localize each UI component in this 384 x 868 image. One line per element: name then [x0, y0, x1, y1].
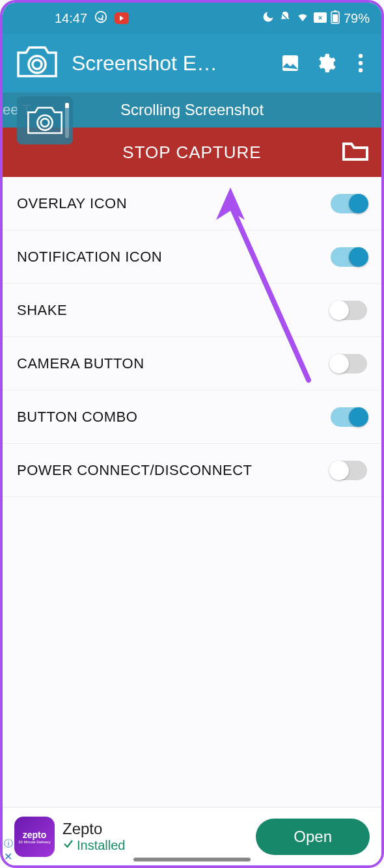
- ad-subtitle-text: Installed: [77, 838, 126, 853]
- ad-open-button[interactable]: Open: [256, 819, 370, 855]
- setting-row[interactable]: POWER CONNECT/DISCONNECT: [3, 444, 381, 497]
- svg-rect-5: [334, 10, 336, 12]
- setting-row[interactable]: BUTTON COMBO: [3, 390, 381, 444]
- svg-point-11: [359, 61, 363, 65]
- setting-row[interactable]: CAMERA BUTTON: [3, 337, 381, 390]
- ad-banner: ⓘ ✕ zepto 10 Minute Delivery Zepto Insta…: [3, 807, 381, 865]
- svg-text:×: ×: [318, 14, 322, 21]
- sub-header-title: Scrolling Screenshot: [120, 101, 264, 119]
- ad-close-icon[interactable]: ✕: [4, 850, 12, 863]
- setting-row[interactable]: OVERLAY ICON: [3, 177, 381, 230]
- nav-pill[interactable]: [133, 858, 251, 861]
- overlay-floating-icon[interactable]: [17, 96, 73, 144]
- gallery-icon[interactable]: [279, 51, 302, 75]
- ad-info-icon[interactable]: ⓘ: [4, 838, 13, 850]
- moon-icon: [262, 10, 275, 27]
- ad-subtitle: Installed: [62, 838, 248, 853]
- setting-label: NOTIFICATION ICON: [17, 249, 162, 265]
- setting-toggle[interactable]: [331, 407, 367, 427]
- svg-point-7: [29, 56, 46, 73]
- setting-toggle[interactable]: [331, 247, 367, 267]
- stop-capture-label: STOP CAPTURE: [122, 142, 261, 163]
- svg-point-10: [359, 54, 363, 58]
- svg-point-12: [359, 68, 363, 72]
- setting-toggle[interactable]: [331, 194, 367, 213]
- ad-title: Zepto: [62, 820, 248, 838]
- settings-icon[interactable]: [314, 51, 337, 75]
- svg-point-13: [37, 115, 52, 130]
- setting-label: POWER CONNECT/DISCONNECT: [17, 462, 253, 479]
- svg-point-14: [41, 118, 49, 126]
- check-icon: [62, 838, 74, 853]
- svg-rect-6: [333, 14, 338, 22]
- setting-toggle[interactable]: [331, 354, 367, 373]
- setting-row[interactable]: NOTIFICATION ICON: [3, 230, 381, 284]
- wifi-icon: [295, 10, 310, 27]
- bell-off-icon: [279, 10, 292, 27]
- ad-logo[interactable]: zepto 10 Minute Delivery: [14, 817, 55, 857]
- battery-icon: [331, 10, 340, 27]
- setting-row[interactable]: SHAKE: [3, 284, 381, 337]
- signal-icon: ×: [314, 11, 327, 26]
- setting-label: BUTTON COMBO: [17, 409, 137, 426]
- setting-label: OVERLAY ICON: [17, 195, 127, 212]
- whatsapp-icon: [94, 10, 108, 27]
- ad-logo-text: zepto: [23, 830, 47, 840]
- more-icon[interactable]: [349, 51, 372, 75]
- app-camera-icon: [14, 42, 60, 84]
- ad-logo-sub: 10 Minute Delivery: [18, 840, 51, 844]
- battery-percent: 79%: [344, 11, 370, 26]
- status-time: 14:47: [55, 11, 87, 26]
- status-bar: 14:47 × 79%: [3, 3, 381, 34]
- app-bar: Screenshot E…: [3, 34, 381, 92]
- svg-point-8: [33, 60, 42, 69]
- youtube-icon: [115, 12, 129, 24]
- setting-toggle[interactable]: [331, 461, 367, 480]
- setting-label: SHAKE: [17, 302, 67, 319]
- app-title: Screenshot E…: [72, 51, 267, 75]
- setting-label: CAMERA BUTTON: [17, 355, 144, 372]
- settings-list: OVERLAY ICONNOTIFICATION ICONSHAKECAMERA…: [3, 177, 381, 807]
- folder-icon[interactable]: [341, 139, 370, 167]
- svg-point-0: [96, 11, 107, 22]
- setting-toggle[interactable]: [331, 301, 367, 320]
